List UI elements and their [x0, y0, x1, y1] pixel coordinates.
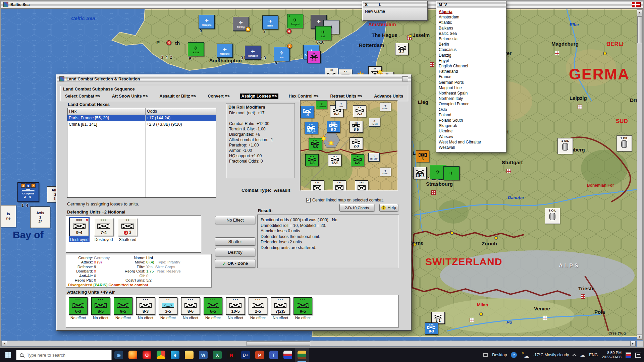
start-button[interactable]: [0, 348, 16, 362]
subphase-step[interactable]: Retreat Units =>: [329, 94, 364, 99]
minimap-air-counter[interactable]: 7 Typhoon: [316, 101, 327, 109]
region-list-item[interactable]: Atlantic: [439, 20, 506, 25]
center-map-checkbox[interactable]: ✓: [306, 198, 311, 202]
force-pool-box[interactable]: isne: [1, 205, 16, 227]
help-button[interactable]: ? Help: [379, 204, 398, 212]
opera-icon[interactable]: O: [140, 348, 154, 362]
region-list-item[interactable]: Westwall: [439, 145, 506, 150]
region-list-item[interactable]: Algeria: [439, 9, 506, 14]
powerpoint-icon[interactable]: P: [253, 348, 267, 362]
disneyplus-icon[interactable]: D+: [238, 348, 253, 362]
region-list-item[interactable]: German Ports: [439, 80, 506, 85]
minimap-unit-counter[interactable]: XXX 8-3: [327, 121, 340, 133]
chrome-icon[interactable]: [154, 348, 168, 362]
region-list-item[interactable]: Warsaw: [439, 134, 506, 139]
region-list-item[interactable]: Northeast Spain: [439, 90, 506, 96]
info-badge-icon[interactable]: ?: [511, 352, 517, 358]
firefox-icon[interactable]: [126, 348, 140, 362]
minimap-unit-counter[interactable]: XXX: [355, 180, 368, 191]
subphase-step[interactable]: Att Snow Units =>: [111, 94, 149, 99]
teams-icon[interactable]: T: [267, 348, 281, 362]
naval-unit-counter[interactable]: 357 CA Uganda 2 5: [17, 182, 39, 202]
region-list-item[interactable]: Poland: [439, 112, 506, 118]
subphase-step[interactable]: Assign Losses =>: [240, 94, 278, 99]
air-unit-counter[interactable]: Beau- 8: [262, 15, 278, 29]
shatter-button[interactable]: Shatter: [215, 237, 255, 246]
minimap-unit-counter[interactable]: XX 8-5: [350, 121, 363, 133]
scroll-right-button[interactable]: ►: [630, 341, 636, 346]
region-list-item[interactable]: Baltic Sea: [439, 31, 506, 36]
minimap-unit-counter[interactable]: XXX 7-5: [305, 154, 319, 166]
minimap-unit-counter[interactable]: XXX 8-5: [309, 138, 322, 150]
air-unit-counter[interactable]: [443, 166, 460, 180]
taskbar-search[interactable]: [16, 350, 112, 360]
oil-resource-marker[interactable]: 1 OIL: [616, 135, 632, 152]
weather-label[interactable]: -17°C Mostly cloudy: [533, 353, 569, 357]
oil-resource-marker[interactable]: 1 OIL: [545, 208, 560, 224]
ok-done-button[interactable]: ✓ OK - Done: [215, 259, 255, 268]
region-list-item[interactable]: Amsterdam: [439, 14, 506, 20]
region-list-item[interactable]: Northern Italy: [439, 96, 506, 101]
ground-unit-counter[interactable]: XX 2 4: [307, 51, 321, 63]
netflix-icon[interactable]: N: [224, 348, 238, 362]
minimap-unit-counter[interactable]: XXX: [333, 180, 346, 191]
subphase-step[interactable]: Hex Control =>: [287, 94, 320, 99]
search-input[interactable]: [26, 352, 100, 358]
region-list-item[interactable]: Occupied France: [439, 101, 506, 107]
attacking-unit[interactable]: XXX 8-3 No effect: [136, 297, 155, 320]
air-unit-counter[interactable]: Hampden: [245, 46, 261, 60]
subphase-step[interactable]: Advance Units: [373, 94, 405, 99]
minimap-unit-counter[interactable]: XX 2-3: [353, 105, 366, 117]
oil-resource-marker[interactable]: 1 OIL: [557, 138, 573, 154]
minimap-air-counter[interactable]: Dora: [335, 101, 347, 109]
taskbar-clock[interactable]: 8:50 PM2023-03-08: [602, 351, 622, 359]
file-explorer-icon[interactable]: [182, 348, 196, 362]
defending-unit[interactable]: XXX 7-4 Destroyed: [94, 218, 114, 242]
region-list-item[interactable]: Oslo: [439, 107, 506, 112]
desktop-toolbar-label[interactable]: Desktop: [492, 353, 507, 357]
region-list-item[interactable]: France: [439, 74, 506, 79]
destroy-button[interactable]: Destroy: [215, 248, 255, 256]
region-list-item[interactable]: West Med and Gibraltar: [439, 139, 506, 145]
attacking-unit[interactable]: XXX 6-5 No effect: [204, 297, 222, 320]
word-icon[interactable]: W: [196, 348, 210, 362]
subphase-step[interactable]: Select Combat =>: [64, 94, 102, 99]
air-unit-counter[interactable]: mo 8: [274, 47, 290, 61]
region-list-item[interactable]: Maginot Line: [439, 85, 506, 90]
action-center-icon[interactable]: [635, 353, 641, 358]
minimap-air-counter[interactable]: 9 FW 1: [380, 103, 391, 111]
scroll-left-button[interactable]: ◄: [2, 341, 7, 346]
minimap-air-counter[interactable]: He 100: [369, 118, 380, 127]
region-list-item[interactable]: Balkans: [439, 25, 506, 31]
defending-unit[interactable]: XX 33 Shattered: [118, 218, 137, 242]
minimap-air-counter[interactable]: 8 FW 1: [380, 168, 391, 176]
attacking-unit[interactable]: XXX 2-5 No effect: [249, 297, 267, 320]
hex-column-header[interactable]: Hex: [67, 108, 145, 115]
force-pool-box[interactable]: Axis12*: [30, 206, 50, 228]
ground-unit-counter[interactable]: XXX 8-3: [425, 322, 438, 335]
charts-button[interactable]: 2-D-10 Charts: [339, 204, 374, 212]
no-effect-button[interactable]: No Effect: [215, 216, 255, 224]
minimap-unit-counter[interactable]: XXX 12-5: [328, 154, 341, 166]
air-unit-counter[interactable]: Mosquito 9: [217, 44, 233, 58]
ground-unit-counter[interactable]: 11H 3: [413, 167, 427, 179]
minimap-unit-counter[interactable]: XXX 5(2)4: [305, 122, 318, 134]
game-titlebar[interactable]: Baltic Sea: [1, 1, 643, 9]
attacking-unit[interactable]: XXX 9-5 No effect: [293, 297, 312, 320]
air-unit-counter[interactable]: 9 Tempest 9: [287, 14, 303, 28]
scroll-down-button[interactable]: ▼: [637, 334, 642, 340]
region-list-item[interactable]: Danzig: [439, 53, 506, 58]
horizontal-scroll-thumb[interactable]: [247, 341, 310, 346]
map-horizontal-scrollbar[interactable]: ◄ ►: [1, 341, 636, 347]
wargame2-icon[interactable]: [295, 348, 309, 362]
region-list-item[interactable]: Berlin: [439, 42, 506, 47]
combat-hex-row[interactable]: Paris, France [55, 29] +17 (144:24): [67, 115, 216, 121]
excel-icon[interactable]: X: [210, 348, 224, 362]
onedrive-icon[interactable]: ☁: [580, 352, 585, 358]
vertical-scroll-thumb[interactable]: [637, 16, 642, 43]
dialog-close-button[interactable]: [402, 76, 408, 81]
region-list-item[interactable]: Belorussia: [439, 36, 506, 42]
hidden-icons-chevron[interactable]: [572, 354, 577, 358]
minimap-air-counter[interactable]: 6 Bf 109 4: [368, 153, 380, 162]
scroll-up-button[interactable]: ▲: [637, 10, 642, 15]
